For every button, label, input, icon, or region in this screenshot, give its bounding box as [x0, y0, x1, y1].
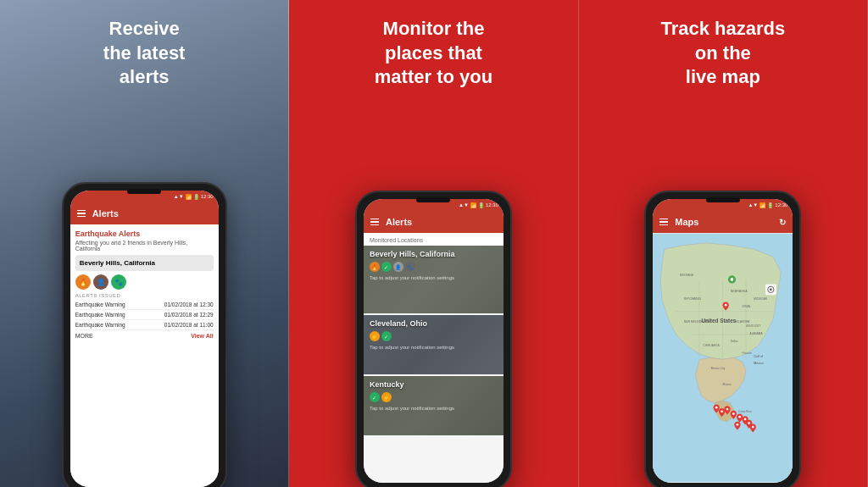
svg-text:Houston: Houston: [743, 351, 753, 355]
refresh-icon[interactable]: ↻: [779, 218, 786, 227]
alert-row-3: Earthquake Warning 01/02/2018 at 11:00: [75, 320, 214, 330]
svg-point-36: [725, 304, 727, 307]
avatar-1: 🔥: [75, 274, 91, 290]
status-bar-3: ▲▼ 📶 🔋 12:30: [653, 199, 793, 211]
panel-receive-alerts: Receive the latest alerts ▲▼ 📶 🔋 12:30: [0, 0, 289, 487]
screen-2-content: Monitored Locations Beverly Hills, Calif…: [364, 233, 504, 483]
phone-1-wrapper: ▲▼ 📶 🔋 12:30 Alerts Earthquake Alerts: [0, 182, 288, 487]
svg-text:CHIHUAHUA: CHIHUAHUA: [704, 344, 721, 347]
svg-text:IOWA: IOWA: [743, 305, 751, 308]
phone-3-screen: ▲▼ 📶 🔋 12:30 Maps ↻: [653, 199, 793, 483]
hamburger-icon-2[interactable]: [370, 219, 379, 226]
svg-point-27: [715, 407, 718, 409]
phone-3-wrapper: ▲▼ 📶 🔋 12:30 Maps ↻: [579, 191, 867, 487]
alert-row-2: Earthquake Warning 01/02/2018 at 12:29: [75, 310, 214, 320]
location-item-beverly[interactable]: Beverly Hills, California 🔥 ✓ 👤 🐾 Tap to…: [364, 246, 504, 313]
loc-icon-2: ✓: [381, 262, 392, 272]
svg-text:NEBRASKA: NEBRASKA: [731, 290, 748, 293]
panel-2-title: Monitor the places that matter to you: [375, 17, 492, 90]
svg-text:MICHIGAN: MICHIGAN: [754, 297, 768, 301]
status-icons-2: ▲▼ 📶 🔋 12:30: [459, 202, 498, 208]
svg-point-32: [744, 418, 747, 421]
svg-point-30: [732, 412, 735, 415]
panel-track-hazards: Track hazards on the live map ▲▼ 📶 🔋 12:…: [579, 0, 868, 487]
location-card[interactable]: Beverly Hills, California: [75, 255, 214, 271]
svg-text:Gulf of: Gulf of: [754, 356, 764, 359]
svg-text:WYOMING: WYOMING: [684, 296, 702, 301]
screen-3-content: United States WYOMING IOWA NEBRASKA MONT…: [653, 233, 793, 483]
view-all-row: MORE View All: [75, 330, 214, 341]
loc-icon-clev-1: ⚡: [370, 331, 380, 341]
svg-point-35: [737, 423, 739, 426]
header-title-3: Maps: [675, 217, 698, 227]
view-all-link[interactable]: View All: [191, 333, 213, 339]
avatar-2: 👤: [93, 274, 108, 290]
section-label: ALERTS ISSUED: [75, 293, 214, 298]
phone-2-wrapper: ▲▼ 📶 🔋 12:30 Alerts Monitored Locations: [289, 191, 577, 487]
panel-monitor-places: Monitor the places that matter to you ▲▼…: [289, 0, 578, 487]
location-icons-kentucky: ✓ ⚡: [364, 390, 504, 404]
loc-icon-ky-2: ⚡: [381, 392, 392, 402]
tap-hint-beverly: Tap to adjust your notification settings: [364, 274, 504, 284]
svg-point-31: [739, 416, 742, 418]
svg-text:Mexico: Mexico: [754, 362, 764, 365]
status-icons-1: ▲▼ 📶 🔋 12:30: [174, 194, 214, 200]
svg-text:Mexico City: Mexico City: [711, 367, 726, 370]
svg-text:Dallas: Dallas: [731, 340, 738, 343]
location-item-cleveland[interactable]: Cleveland, Ohio ⚡ ✓ Tap to adjust your n…: [364, 315, 504, 374]
hamburger-icon-1[interactable]: [77, 210, 86, 218]
svg-point-34: [752, 426, 754, 429]
map-svg[interactable]: United States WYOMING IOWA NEBRASKA MONT…: [653, 233, 793, 483]
loc-icon-1: 🔥: [370, 262, 380, 272]
svg-text:Mexico: Mexico: [723, 383, 732, 386]
phone-1: ▲▼ 📶 🔋 12:30 Alerts Earthquake Alerts: [62, 182, 227, 487]
svg-point-26: [731, 278, 734, 281]
svg-text:KENTUCKY: KENTUCKY: [746, 324, 761, 328]
alert-row-1: Earthquake Warning 01/02/2018 at 12:30: [75, 300, 214, 310]
app-header-1: Alerts: [70, 202, 219, 224]
alert-subtitle: Affecting you and 2 friends in Beverly H…: [75, 240, 214, 252]
location-name-beverly: Beverly Hills, California: [364, 246, 504, 260]
header-title-1: Alerts: [92, 208, 119, 219]
location-name-kentucky: Kentucky: [364, 376, 504, 390]
panel-3-title: Track hazards on the live map: [660, 17, 785, 90]
location-item-kentucky[interactable]: Kentucky ✓ ⚡ Tap to adjust your notifica…: [364, 376, 504, 435]
phone-2-screen: ▲▼ 📶 🔋 12:30 Alerts Monitored Locations: [364, 199, 504, 483]
phone-2: ▲▼ 📶 🔋 12:30 Alerts Monitored Locations: [355, 191, 512, 487]
avatar-3: 🐾: [111, 274, 126, 290]
status-bar-2: ▲▼ 📶 🔋 12:30: [364, 199, 504, 211]
app-header-2: Alerts: [364, 211, 504, 233]
svg-text:ALABAMA: ALABAMA: [750, 332, 764, 335]
svg-text:OKLAHOMA: OKLAHOMA: [735, 320, 751, 324]
svg-point-39: [770, 288, 772, 291]
screen-1-content: Earthquake Alerts Affecting you and 2 fr…: [70, 224, 219, 487]
status-icons-3: ▲▼ 📶 🔋 12:30: [748, 202, 787, 208]
svg-text:COLORADO: COLORADO: [699, 320, 713, 324]
location-icons-cleveland: ⚡ ✓: [364, 329, 504, 343]
svg-text:Costa Rica: Costa Rica: [738, 410, 752, 413]
location-name-cleveland: Cleveland, Ohio: [364, 315, 504, 329]
monitored-label: Monitored Locations: [364, 233, 504, 246]
avatar-row: 🔥 👤 🐾: [75, 274, 214, 290]
loc-icon-4: 🐾: [405, 262, 415, 272]
app-header-3: Maps ↻: [653, 211, 793, 233]
phone-3: ▲▼ 📶 🔋 12:30 Maps ↻: [644, 191, 801, 487]
svg-point-33: [748, 422, 751, 424]
panel-1-title: Receive the latest alerts: [103, 17, 186, 90]
tap-hint-cleveland: Tap to adjust your notification settings: [364, 343, 504, 353]
status-bar-1: ▲▼ 📶 🔋 12:30: [70, 191, 219, 202]
earthquake-alert-title: Earthquake Alerts: [75, 230, 214, 238]
phone-1-screen: ▲▼ 📶 🔋 12:30 Alerts Earthquake Alerts: [70, 191, 219, 487]
loc-icon-clev-2: ✓: [381, 331, 392, 341]
svg-point-28: [721, 410, 724, 412]
header-title-2: Alerts: [386, 217, 412, 227]
svg-point-29: [726, 408, 729, 411]
hamburger-icon-3[interactable]: [659, 219, 668, 226]
location-icons-beverly: 🔥 ✓ 👤 🐾: [364, 260, 504, 274]
loc-icon-ky-1: ✓: [370, 392, 380, 402]
tap-hint-kentucky: Tap to adjust your notification settings: [364, 404, 504, 414]
svg-text:MONTANA: MONTANA: [680, 274, 694, 277]
loc-icon-3: 👤: [393, 262, 403, 272]
